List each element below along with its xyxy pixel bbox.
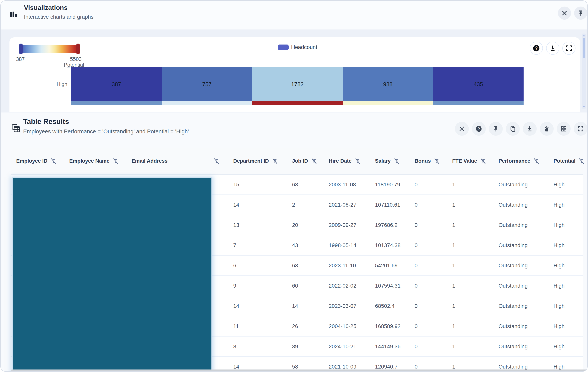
table-copy-button[interactable] [506, 122, 520, 136]
heatmap-cell-partial[interactable] [162, 101, 252, 105]
column-header-job-id[interactable]: Job ID [292, 148, 329, 174]
colorbar-min-handle[interactable] [19, 44, 23, 54]
redacted-selection-overlay[interactable] [13, 178, 211, 371]
table-cell: 2003-11-08 [329, 175, 375, 194]
table-cell: 1 [452, 276, 498, 296]
heatmap-cell-partial[interactable] [343, 101, 433, 105]
table-cell: 60 [292, 276, 329, 296]
heatmap-cell-partial[interactable] [71, 101, 162, 105]
filter-icon[interactable] [213, 158, 220, 164]
axis-tick [67, 101, 70, 101]
column-header-hire-date[interactable]: Hire Date [329, 148, 375, 174]
colorbar-max-handle[interactable] [76, 44, 80, 54]
heatmap-cell-partial[interactable] [433, 101, 524, 105]
column-header-salary[interactable]: Salary [375, 148, 415, 174]
scroll-down-arrow[interactable] [583, 106, 585, 108]
pin-button[interactable] [574, 7, 587, 20]
table-cell: Outstanding [498, 337, 554, 356]
colorbar-min-value: 387 [16, 56, 25, 62]
column-header-performance[interactable]: Performance [498, 148, 554, 174]
table-fullscreen-button[interactable] [574, 122, 588, 136]
chart-download-button[interactable] [546, 42, 559, 55]
filter-icon[interactable] [112, 158, 119, 164]
heatmap-cell[interactable]: 988 [343, 67, 433, 101]
heatmap-cell[interactable]: 1782 [252, 67, 343, 101]
table-cell: Outstanding [498, 215, 554, 235]
svg-text:?: ? [535, 46, 538, 51]
table-cell: 14 [233, 195, 292, 215]
filter-icon[interactable] [480, 158, 486, 164]
series-legend[interactable]: Headcount [278, 44, 317, 50]
pin-icon [577, 10, 584, 17]
column-header-employee-name[interactable]: Employee Name [69, 148, 132, 174]
page-subtitle: Interactive charts and graphs [24, 14, 94, 20]
legend-label: Headcount [291, 44, 317, 50]
download-icon [526, 125, 533, 132]
table-cell: 1 [452, 337, 498, 356]
table-cell: High [554, 296, 583, 316]
table-cell: 13 [233, 215, 292, 235]
table-cell: 0 [415, 337, 452, 356]
filter-icon[interactable] [311, 158, 317, 164]
table-grid-button[interactable] [557, 122, 571, 136]
column-header-bonus[interactable]: Bonus [415, 148, 452, 174]
table-cell: 2021-08-27 [329, 195, 375, 215]
column-header-employee-id[interactable]: Employee ID [11, 148, 69, 174]
chart-help-button[interactable]: ? [530, 42, 543, 55]
table-cell: Outstanding [498, 175, 554, 194]
heatmap-cell-partial[interactable] [252, 101, 343, 105]
table-cell: High [554, 357, 583, 370]
table-cell: 2023-11-10 [329, 256, 375, 275]
table-cell: 2009-09-27 [329, 215, 375, 235]
table-pin-button[interactable] [489, 122, 503, 136]
table-subtitle: Employees with Performance = 'Outstandin… [23, 128, 189, 135]
table-download-button[interactable] [523, 122, 537, 136]
column-label: Hire Date [329, 158, 352, 164]
table-cell: Outstanding [498, 276, 554, 296]
table-cell: 1 [452, 357, 498, 370]
filter-icon[interactable] [533, 158, 540, 164]
table-cell: 14 [233, 296, 292, 316]
heatmap-row-label: High [48, 81, 67, 87]
fullscreen-icon [578, 125, 584, 132]
app-window: Visualizations Interactive charts and gr… [0, 0, 588, 372]
column-header-fte-value[interactable]: FTE Value [452, 148, 498, 174]
table-cell: 68502.4 [375, 296, 415, 316]
column-header-potential[interactable]: Potential [554, 148, 588, 174]
chart-vertical-scrollbar[interactable] [582, 33, 586, 109]
table-close-button[interactable] [455, 122, 469, 136]
table-cell: 0 [415, 256, 452, 275]
filter-icon[interactable] [578, 158, 585, 164]
table-cell: 1 [452, 175, 498, 194]
table-cell: Outstanding [498, 296, 554, 316]
filter-icon[interactable] [393, 158, 400, 164]
table-cell: 14 [233, 357, 292, 370]
table-cell: 0 [415, 215, 452, 235]
table-cell: 2021-10-09 [329, 357, 375, 370]
table-help-button[interactable]: ? [472, 122, 486, 136]
table-cell: High [554, 175, 583, 194]
copy-icon [509, 125, 516, 132]
column-header-department-id[interactable]: Department ID [233, 148, 292, 174]
help-icon: ? [532, 44, 540, 52]
heatmap-cell[interactable]: 387 [71, 67, 162, 101]
table-cell: 118190.79 [375, 175, 415, 194]
close-button[interactable] [558, 7, 571, 20]
heatmap-cell[interactable]: 757 [162, 67, 252, 101]
filter-icon[interactable] [433, 158, 440, 164]
table-cell: 39 [292, 337, 329, 356]
filter-icon[interactable] [272, 158, 278, 164]
column-header-email-address[interactable]: Email Address [132, 148, 233, 174]
heatmap-cell[interactable]: 435 [433, 67, 524, 101]
table-cell: High [554, 215, 583, 235]
filter-icon[interactable] [354, 158, 361, 164]
scrollbar-thumb[interactable] [583, 38, 585, 58]
filter-icon[interactable] [50, 158, 57, 164]
table-cell: Outstanding [498, 256, 554, 275]
table-cell: 197686.2 [375, 215, 415, 235]
table-cell: 7 [233, 235, 292, 255]
scroll-up-arrow[interactable] [583, 35, 585, 36]
chart-fullscreen-button[interactable] [562, 42, 576, 55]
horizontal-scrollbar[interactable] [11, 370, 587, 371]
table-insights-button[interactable] [540, 122, 554, 136]
